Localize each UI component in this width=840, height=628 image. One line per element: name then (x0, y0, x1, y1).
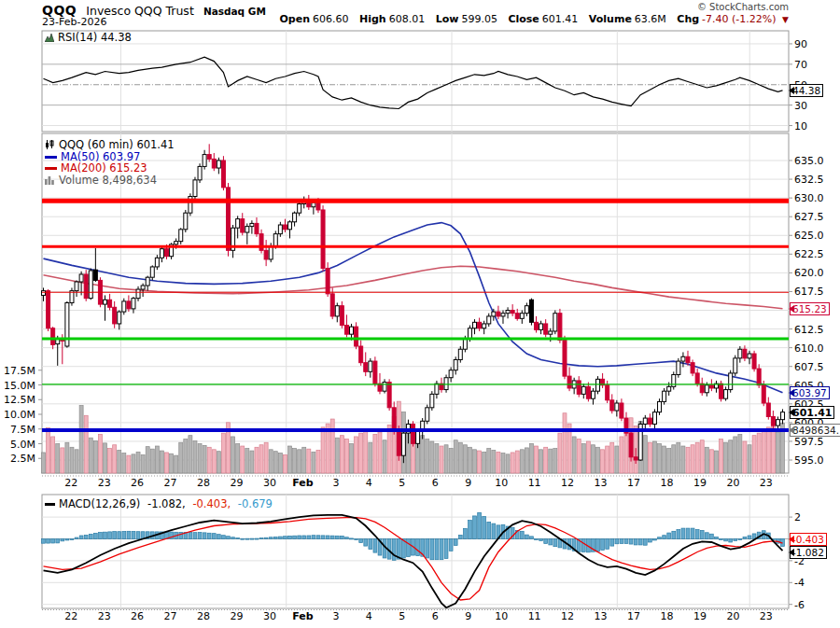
macd-histogram-bar (454, 539, 457, 546)
candle (458, 349, 462, 359)
ma50-swatch (45, 156, 57, 159)
macd-signal-value: -0.403, (192, 497, 231, 510)
candle (468, 328, 471, 339)
price-axis-label: 620.0 (794, 267, 824, 279)
candle (667, 386, 671, 391)
date-label: 4 (366, 610, 372, 622)
candle (596, 379, 600, 391)
volume-bar (221, 433, 225, 473)
candle (255, 223, 259, 233)
volume-bar (273, 452, 277, 473)
volume-bar (170, 454, 174, 473)
candle (558, 314, 562, 341)
volume-bar (714, 451, 718, 473)
volume-bar (591, 445, 595, 473)
candle (648, 418, 651, 424)
macd-hist-value: -0.679 (238, 497, 273, 510)
candle (553, 314, 557, 331)
volume-bar (553, 449, 557, 473)
volume-bar (84, 415, 88, 473)
date-label: 22 (64, 477, 77, 489)
volume-bar (321, 427, 325, 473)
volume-bar (136, 452, 140, 473)
candle (227, 188, 231, 250)
date-label: 29 (231, 610, 244, 622)
candle (757, 369, 761, 385)
date-label: 12 (561, 610, 574, 622)
macd-histogram-bar (720, 539, 723, 540)
macd-histogram-bar (681, 528, 685, 538)
price-axis-label: 597.5 (794, 436, 824, 448)
chart-canvas[interactable]: 9070503010635.0632.5630.0627.5625.0622.5… (0, 0, 840, 628)
macd-histogram-bar (231, 537, 235, 539)
volume-bar (497, 452, 500, 473)
volume-bar (586, 441, 590, 473)
candle (709, 385, 713, 388)
volume-bar (217, 452, 220, 473)
macd-histogram-bar (241, 538, 245, 539)
macd-histogram-bar (478, 512, 482, 538)
candle (738, 349, 742, 358)
volume-bar (241, 446, 245, 473)
volume-bar (563, 413, 567, 473)
candle (734, 358, 737, 373)
date-label: 12 (561, 477, 574, 489)
volume-bar (525, 448, 528, 473)
volume-bar (65, 442, 69, 473)
macd-histogram-bar (426, 539, 429, 558)
macd-histogram-bar (634, 539, 637, 545)
candle (141, 286, 145, 289)
date-label: 4 (366, 477, 372, 489)
rsi-panel-border (42, 31, 789, 132)
volume-bar (743, 441, 747, 473)
candle (610, 400, 614, 411)
candle (511, 311, 514, 314)
volume-bar (762, 429, 765, 473)
macd-histogram-bar (553, 539, 557, 547)
candle (127, 301, 131, 309)
macd-histogram-bar (440, 539, 443, 560)
macd-histogram-bar (179, 532, 183, 538)
macd-histogram-bar (136, 532, 140, 539)
candle (449, 370, 453, 378)
volume-bar (601, 450, 605, 473)
macd-histogram-bar (227, 537, 231, 539)
volume-bar (56, 444, 60, 474)
candle (273, 234, 277, 246)
candle (236, 219, 240, 229)
candle (79, 274, 83, 282)
volume-bar (298, 450, 301, 473)
price-axis-label: 617.5 (794, 286, 824, 298)
macd-histogram-bar (326, 536, 329, 539)
candle (766, 403, 770, 416)
candle (84, 274, 88, 299)
volume-bar (581, 444, 585, 474)
candle (89, 271, 92, 299)
macd-histogram-bar (264, 537, 268, 538)
volume-axis-label: 17.5M (4, 365, 35, 377)
macd-histogram-bar (61, 539, 64, 541)
candle (705, 385, 708, 393)
macd-histogram-bar (330, 536, 334, 538)
macd-histogram-bar (648, 539, 651, 543)
macd-signal-callout: -0.403 (790, 533, 827, 546)
macd-histogram-bar (581, 539, 585, 552)
macd-histogram-bar (269, 537, 273, 539)
rsi-legend-label: RSI(14) 44.38 (58, 31, 132, 44)
macd-histogram-bar (535, 539, 539, 540)
macd-histogram-bar (307, 536, 311, 539)
macd-histogram-bar (355, 539, 358, 540)
volume-bar (364, 429, 368, 473)
candle (108, 300, 112, 307)
candle (113, 307, 117, 324)
volume-bar (766, 427, 770, 473)
price-legend: QQQ (60 min) 601.41 MA(50) 603.97 MA(200… (45, 139, 175, 186)
volume-bar (330, 419, 334, 473)
volume-bar (577, 439, 581, 473)
macd-histogram-bar (724, 539, 728, 541)
date-label: 17 (627, 477, 640, 489)
volume-bar (193, 440, 197, 473)
volume-bar (316, 450, 320, 473)
date-label: Feb (292, 477, 314, 489)
candle (42, 291, 46, 296)
